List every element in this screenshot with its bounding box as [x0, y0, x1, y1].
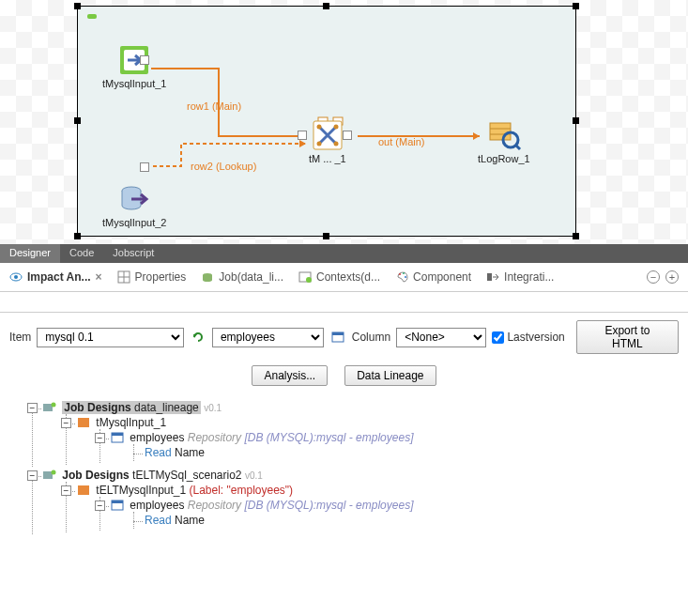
close-icon[interactable]: × — [96, 270, 102, 284]
svg-point-25 — [306, 277, 312, 283]
svg-rect-35 — [78, 418, 89, 427]
data-lineage-button[interactable]: Data Lineage — [344, 365, 436, 386]
svg-rect-29 — [487, 273, 492, 281]
table-icon — [111, 432, 124, 443]
tab-code[interactable]: Code — [60, 244, 103, 263]
integration-icon — [486, 270, 499, 284]
svg-point-28 — [405, 276, 406, 278]
table-icon — [111, 500, 124, 511]
svg-marker-30 — [193, 334, 197, 338]
item-select[interactable]: mysql 0.1 — [37, 328, 184, 347]
editor-tabs: Designer Code Jobscript — [0, 244, 688, 263]
job-icon — [43, 402, 56, 413]
svg-point-26 — [399, 273, 401, 275]
analysis-button[interactable]: Analysis... — [252, 365, 328, 386]
node-tmysqlinput-1[interactable]: tMysqlInput_1 — [102, 44, 166, 89]
svg-line-16 — [515, 145, 520, 149]
component-icon — [77, 485, 90, 496]
palette-icon — [395, 270, 408, 284]
svg-rect-38 — [43, 471, 53, 479]
svg-marker-2 — [299, 140, 306, 147]
node-label: tMysqlInput_2 — [102, 217, 166, 228]
node-tmap[interactable]: tM ... _1 — [309, 119, 346, 164]
svg-point-10 — [316, 142, 321, 146]
view-integration[interactable]: Integrati... — [486, 270, 554, 284]
svg-rect-42 — [112, 500, 123, 503]
svg-point-19 — [14, 275, 18, 279]
component-icon — [77, 417, 90, 428]
table-select[interactable]: employees — [212, 328, 324, 347]
column-label: Column — [352, 331, 390, 344]
expander-icon[interactable]: − — [95, 433, 105, 443]
contexts-icon — [298, 270, 312, 284]
export-html-button[interactable]: Export to HTML — [576, 320, 679, 354]
job-icon — [43, 470, 56, 481]
table-icon — [329, 329, 346, 346]
svg-point-11 — [333, 142, 338, 146]
refresh-button[interactable] — [190, 329, 206, 346]
svg-rect-32 — [332, 332, 344, 335]
expander-icon[interactable]: − — [27, 470, 38, 481]
views-bar: Impact An... × Properties Job(data_li...… — [0, 263, 688, 292]
expander-icon[interactable]: − — [95, 500, 105, 511]
svg-rect-37 — [112, 433, 123, 436]
svg-point-8 — [316, 125, 321, 130]
node-tmysqlinput-2[interactable]: tMysqlInput_2 — [102, 183, 166, 228]
node-tlogrow[interactable]: tLogRow_1 — [478, 119, 530, 164]
canvas-frame: row1 (Main) out (Main) row2 (Lookup) tMy… — [77, 6, 576, 237]
expander-icon[interactable]: − — [27, 403, 38, 413]
tab-designer[interactable]: Designer — [0, 244, 60, 263]
svg-point-27 — [403, 272, 405, 274]
svg-point-39 — [52, 470, 56, 475]
view-properties[interactable]: Properties — [117, 270, 187, 284]
impact-tree[interactable]: − Job Designs data_lineage v0.1 − tMysql… — [0, 395, 688, 549]
expander-icon[interactable]: − — [61, 485, 71, 496]
view-impact-analysis[interactable]: Impact An... × — [9, 270, 102, 284]
lastversion-checkbox[interactable]: Lastversion — [492, 331, 564, 344]
job-icon — [201, 270, 214, 284]
design-canvas[interactable]: row1 (Main) out (Main) row2 (Lookup) tMy… — [0, 0, 688, 244]
svg-rect-40 — [78, 485, 89, 495]
view-contexts[interactable]: Contexts(d... — [298, 270, 380, 284]
properties-icon — [117, 270, 130, 284]
filter-toolbar: Item mysql 0.1 employees Column <None> L… — [0, 313, 688, 362]
flow-label-row2: row2 (Lookup) — [191, 161, 256, 172]
view-component[interactable]: Component — [395, 270, 471, 284]
tab-jobscript[interactable]: Jobscript — [103, 244, 163, 263]
eye-icon — [9, 270, 23, 284]
svg-point-34 — [52, 403, 56, 408]
view-job[interactable]: Job(data_li... — [201, 270, 283, 284]
svg-point-9 — [333, 125, 338, 130]
tree-component[interactable]: tMysqlInput_1 — [96, 416, 166, 429]
flow-label-out: out (Main) — [378, 136, 425, 147]
column-select[interactable]: <None> — [396, 328, 486, 347]
node-label: tLogRow_1 — [478, 153, 530, 164]
expander-icon[interactable]: − — [61, 418, 71, 428]
svg-rect-12 — [490, 123, 511, 140]
minimize-icon[interactable]: − — [647, 270, 660, 284]
refresh-icon — [191, 331, 205, 344]
node-label: tM ... _1 — [309, 153, 346, 164]
svg-rect-33 — [43, 404, 53, 411]
flow-label-row1: row1 (Main) — [187, 100, 241, 112]
item-label: Item — [9, 331, 31, 344]
maximize-icon[interactable]: + — [665, 270, 679, 284]
node-label: tMysqlInput_1 — [102, 78, 166, 89]
